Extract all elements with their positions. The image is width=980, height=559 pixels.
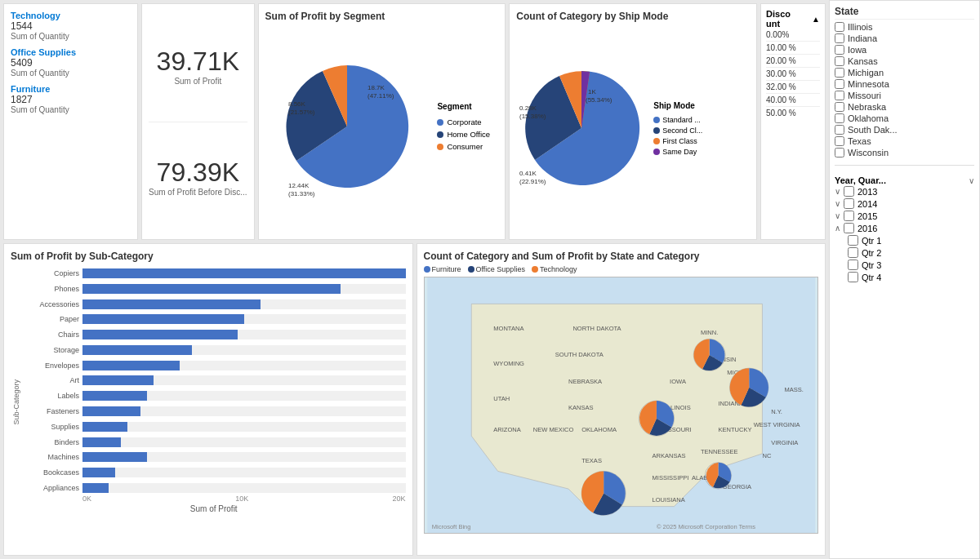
- furniture-value: 1827: [11, 94, 131, 105]
- year-2016: ∧ 2016: [835, 222, 974, 234]
- checkbox-michigan[interactable]: [835, 68, 844, 78]
- bar-rows: Copiers Phones Accessories Paper Chairs …: [22, 268, 406, 493]
- furniture-label: Sum of Quantity: [11, 105, 131, 114]
- kpi-office-supplies: Office Supplies 5409 Sum of Quantity: [11, 47, 131, 78]
- filter-kansas: Kansas: [835, 55, 974, 67]
- bar-copiers: Copiers: [22, 268, 406, 278]
- svg-text:NEBRASKA: NEBRASKA: [568, 378, 602, 385]
- map-legend-tech: Technology: [532, 265, 577, 273]
- expand-2015[interactable]: ∨: [835, 211, 840, 220]
- checkbox-south-dakota[interactable]: [835, 125, 844, 135]
- x-axis: 0K 10K 20K: [22, 495, 406, 503]
- kpi-furniture: Furniture 1827 Sum of Quantity: [11, 84, 131, 114]
- checkbox-qtr2[interactable]: [848, 247, 858, 258]
- x-tick-20k: 20K: [392, 495, 405, 503]
- checkbox-qtr3[interactable]: [848, 260, 858, 270]
- svg-text:(31.33%): (31.33%): [288, 190, 315, 197]
- svg-text:MINN.: MINN.: [700, 329, 717, 336]
- year-filter-header: Year, Quar... ∨: [835, 175, 974, 185]
- legend-consumer-label: Consumer: [447, 142, 483, 151]
- expand-2014[interactable]: ∨: [835, 199, 840, 208]
- checkbox-2016[interactable]: [844, 223, 854, 233]
- discount-title: Discount: [766, 9, 791, 29]
- discount-header: Discount ▲: [766, 9, 820, 29]
- checkbox-iowa[interactable]: [835, 45, 844, 55]
- svg-text:NEW MEXICO: NEW MEXICO: [532, 426, 573, 433]
- label-indiana: Indiana: [848, 33, 877, 43]
- checkbox-illinois[interactable]: [835, 22, 844, 32]
- checkbox-wisconsin[interactable]: [835, 148, 844, 157]
- label-missouri: Missouri: [848, 91, 881, 100]
- main-content: Technology 1544 Sum of Quantity Office S…: [0, 0, 829, 559]
- label-michigan: Michigan: [848, 68, 884, 78]
- legend-first-class-label: First Class: [662, 137, 697, 145]
- svg-text:WYOMING: WYOMING: [493, 360, 524, 367]
- legend-first-class: First Class: [653, 137, 702, 145]
- filter-illinois: Illinois: [835, 21, 974, 33]
- kpi-profit-card: 39.71K Sum of Profit 79.39K Sum of Profi…: [141, 3, 255, 240]
- top-row: Technology 1544 Sum of Quantity Office S…: [3, 3, 826, 240]
- checkbox-missouri[interactable]: [835, 91, 844, 100]
- legend-same-day: Same Day: [653, 148, 702, 156]
- discount-40: 40.00 %: [766, 94, 820, 107]
- expand-2016[interactable]: ∧: [835, 224, 840, 233]
- year-dropdown-arrow[interactable]: ∨: [969, 176, 974, 185]
- legend-home-office: Home Office: [437, 130, 490, 139]
- checkbox-oklahoma[interactable]: [835, 113, 844, 123]
- segment-chart-container: 18.7K (47.11%) 12.44K (31.33%) 8.56K (21…: [265, 25, 499, 228]
- svg-text:(15.38%): (15.38%): [519, 113, 546, 120]
- technology-link[interactable]: Technology: [11, 11, 131, 20]
- svg-text:1K: 1K: [588, 88, 596, 95]
- discount-32: 32.00 %: [766, 81, 820, 94]
- checkbox-minnesota[interactable]: [835, 79, 844, 89]
- expand-2013[interactable]: ∨: [835, 187, 840, 196]
- svg-text:NC: NC: [762, 452, 771, 459]
- map-legend-furniture: Furniture: [424, 265, 461, 273]
- discount-panel: Discount ▲ 0.00% 10.00 % 20.00 % 30.00 %…: [760, 3, 826, 240]
- label-iowa: Iowa: [848, 45, 866, 55]
- bar-phones: Phones: [22, 284, 406, 294]
- checkbox-2013[interactable]: [844, 186, 854, 197]
- checkbox-2014[interactable]: [844, 198, 854, 209]
- bar-accessories: Accessories: [22, 299, 406, 309]
- svg-text:(47.11%): (47.11%): [368, 92, 394, 100]
- year-2015: ∨ 2015: [835, 210, 974, 222]
- kpi-sum-profit-before: 79.39K Sum of Profit Before Disc...: [149, 122, 247, 233]
- year-2016-qtr3: Qtr 3: [835, 259, 974, 271]
- ship-chart-area: 1K (55.34%) 0.41K (22.91%) 0.28K (15.38%…: [516, 25, 750, 231]
- discount-0: 0.00%: [766, 29, 820, 42]
- filter-missouri: Missouri: [835, 90, 974, 101]
- checkbox-qtr1[interactable]: [848, 235, 858, 246]
- filter-minnesota: Minnesota: [835, 78, 974, 90]
- svg-text:(21.57%): (21.57%): [288, 109, 315, 116]
- ship-legend: Ship Mode Standard ... Second Cl... Firs…: [653, 101, 702, 156]
- label-2013: 2013: [858, 187, 877, 197]
- checkbox-kansas[interactable]: [835, 56, 844, 66]
- svg-text:SOUTH DAKOTA: SOUTH DAKOTA: [555, 351, 604, 358]
- x-axis-title: Sum of Profit: [22, 504, 406, 513]
- svg-text:(55.34%): (55.34%): [586, 96, 612, 104]
- label-2015: 2015: [858, 211, 877, 221]
- office-supplies-link[interactable]: Office Supplies: [11, 47, 131, 57]
- svg-text:ARIZONA: ARIZONA: [493, 426, 522, 433]
- bar-envelopes: Envelopes: [22, 361, 406, 370]
- year-2014: ∨ 2014: [835, 197, 974, 210]
- bar-chairs: Chairs: [22, 330, 406, 339]
- bar-chart-card: Sum of Profit by Sub-Category Sub-Catego…: [3, 243, 413, 556]
- bar-chart-title: Sum of Profit by Sub-Category: [11, 251, 406, 262]
- year-2016-qtr1: Qtr 1: [835, 234, 974, 246]
- checkbox-qtr4[interactable]: [848, 272, 858, 282]
- svg-text:© 2025 Microsoft Corporation  : © 2025 Microsoft Corporation Terms: [656, 523, 755, 530]
- checkbox-texas[interactable]: [835, 136, 844, 146]
- year-2013: ∨ 2013: [835, 185, 974, 197]
- checkbox-nebraska[interactable]: [835, 102, 844, 112]
- bottom-row: Sum of Profit by Sub-Category Sub-Catego…: [3, 243, 826, 556]
- checkbox-indiana[interactable]: [835, 33, 844, 43]
- bar-appliances: Appliances: [22, 483, 406, 493]
- furniture-link[interactable]: Furniture: [11, 84, 131, 94]
- checkbox-2015[interactable]: [844, 211, 854, 221]
- scroll-up-icon[interactable]: ▲: [812, 15, 820, 24]
- svg-text:KENTUCKY: KENTUCKY: [718, 426, 751, 433]
- discount-30: 30.00 %: [766, 68, 820, 81]
- svg-text:TENNESSEE: TENNESSEE: [700, 448, 737, 455]
